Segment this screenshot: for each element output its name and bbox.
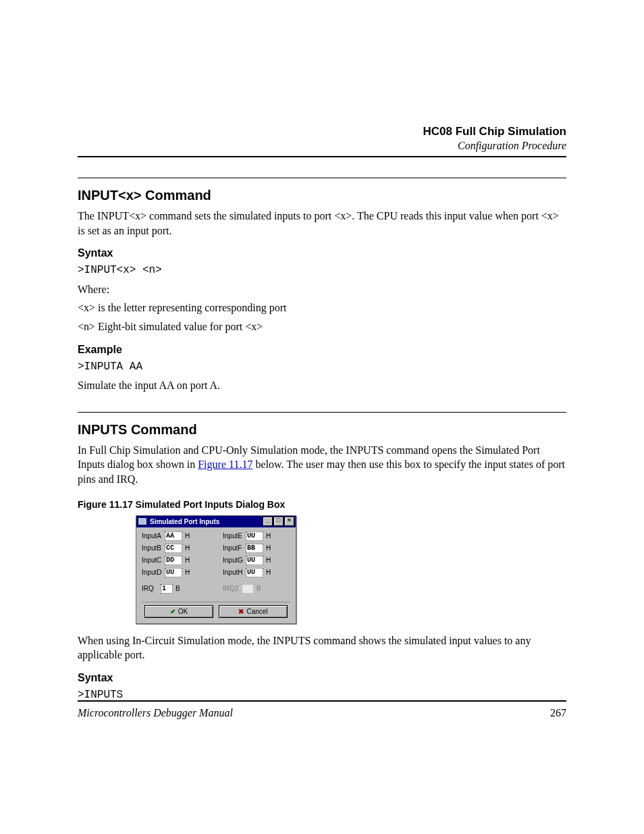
cancel-label: Cancel [246,608,267,615]
example-line: >INPUTA AA [78,360,566,375]
irq-suffix: B [176,585,180,592]
ok-label: OK [178,608,188,615]
running-title: HC08 Full Chip Simulation [78,125,566,138]
app-icon [138,517,147,525]
figure-caption: Figure 11.17 Simulated Port Inputs Dialo… [78,499,566,510]
irq-label: IRQ [142,585,161,592]
input-suffix: H [266,556,271,564]
close-button[interactable]: × [284,517,294,526]
irq-row: IRQ 1 B [142,584,209,594]
input-suffix: H [266,544,271,552]
input-label: InputB [142,544,165,552]
section-separator [78,412,566,413]
dialog-titlebar: Simulated Port Inputs _ □ × [136,516,296,527]
irq-field[interactable]: 1 [161,584,173,594]
header-rule [78,156,566,157]
syntax-heading: Syntax [78,672,566,684]
input-row: InputC DD H [142,556,209,565]
input-field[interactable]: BB [246,544,263,553]
input-suffix: H [185,544,190,552]
section-heading-inputx: INPUT<x> Command [78,188,566,203]
running-subtitle: Configuration Procedure [78,140,566,152]
input-label: InputA [142,532,165,540]
running-head: HC08 Full Chip Simulation Configuration … [78,125,566,152]
input-suffix: H [266,532,271,540]
input-label: InputG [223,556,246,564]
left-column: InputA AA H InputB CC H InputC DD H [142,531,209,596]
irq2-suffix: B [257,585,261,592]
syntax-where: Where: [78,282,566,297]
irq2-field [242,584,254,594]
input-suffix: H [266,569,271,576]
input-row: InputG UU H [223,556,290,565]
example-heading: Example [78,344,566,356]
inputs-intro: In Full Chip Simulation and CPU-Only Sim… [78,443,566,487]
input-suffix: H [185,556,190,564]
page-footer: Microcontrollers Debugger Manual 267 [78,695,566,719]
footer-manual-title: Microcontrollers Debugger Manual [78,707,233,719]
input-suffix: H [185,532,190,540]
input-field[interactable]: AA [165,531,182,541]
input-field[interactable]: UU [246,531,263,541]
input-field[interactable]: DD [165,556,182,565]
input-row: InputH UU H [223,568,290,577]
ok-button[interactable]: ✔ OK [144,605,213,618]
check-icon: ✔ [170,608,176,615]
close-icon: ✖ [238,608,244,615]
inputx-intro: The INPUT<x> command sets the simulated … [78,209,566,238]
example-desc: Simulate the input AA on port A. [78,378,566,393]
cancel-button[interactable]: ✖ Cancel [219,605,288,618]
syntax-heading: Syntax [78,247,566,259]
figure-link[interactable]: Figure 11.17 [198,459,252,470]
inputs-after-fig: When using In-Circuit Simulation mode, t… [78,633,566,662]
section-heading-inputs: INPUTS Command [78,422,566,438]
input-row: InputE UU H [223,531,290,541]
section-separator [78,178,566,178]
input-label: InputH [223,569,246,576]
input-field[interactable]: UU [246,556,263,565]
irq2-label: IRQ2 [223,585,242,592]
syntax-desc-x: <x> is the letter representing correspon… [78,301,566,315]
input-row: InputB CC H [142,544,209,553]
input-field[interactable]: CC [165,544,182,553]
input-label: InputE [223,532,246,540]
input-field[interactable]: UU [246,568,263,577]
input-row: InputF BB H [223,544,290,553]
input-row: InputA AA H [142,531,209,541]
maximize-button[interactable]: □ [273,517,284,526]
dialog-title: Simulated Port Inputs [150,518,263,525]
input-label: InputC [142,556,165,564]
input-label: InputD [142,569,165,576]
input-field[interactable]: UU [165,568,182,577]
input-label: InputF [223,544,246,552]
input-suffix: H [185,569,190,576]
syntax-line: >INPUT<x> <n> [78,263,566,278]
syntax-desc-n: <n> Eight-bit simulated value for port <… [78,319,566,334]
footer-rule [78,700,566,702]
right-column: InputE UU H InputF BB H InputG UU H [223,531,290,596]
simulated-port-inputs-dialog: Simulated Port Inputs _ □ × InputA AA H … [136,515,296,624]
minimize-button[interactable]: _ [263,517,273,526]
page-number: 267 [550,707,566,719]
input-row: InputD UU H [142,568,209,577]
irq2-row: IRQ2 B [223,584,290,594]
